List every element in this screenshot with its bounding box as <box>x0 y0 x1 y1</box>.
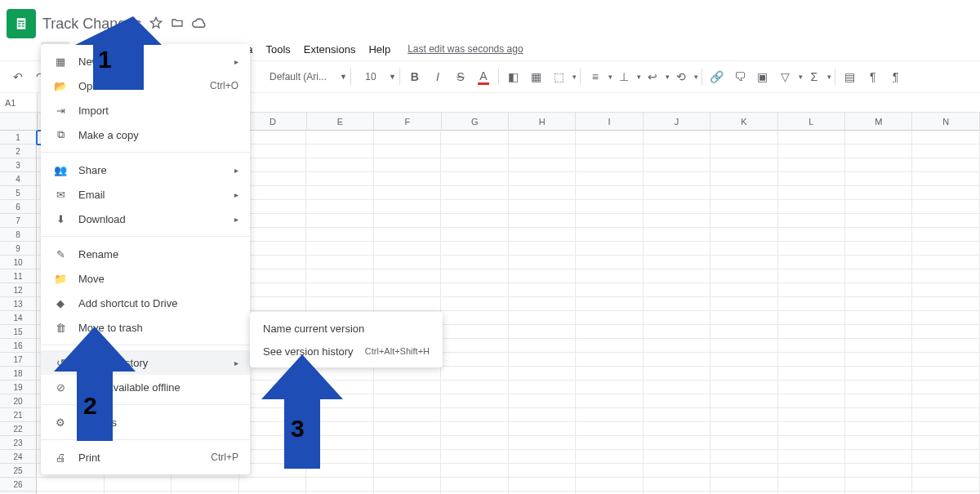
cell[interactable] <box>509 311 576 325</box>
row-header[interactable]: 16 <box>0 339 37 353</box>
cell[interactable] <box>644 478 710 492</box>
cell[interactable] <box>374 242 441 256</box>
cell[interactable] <box>509 436 576 450</box>
cell[interactable] <box>778 394 845 408</box>
cell[interactable] <box>710 478 777 492</box>
file-menu-move-to-trash[interactable]: 🗑 Move to trash <box>41 315 250 340</box>
cell[interactable] <box>845 464 912 478</box>
cell[interactable] <box>644 186 710 200</box>
cell[interactable] <box>441 228 508 242</box>
row-header[interactable]: 5 <box>0 186 37 200</box>
menu-help[interactable]: Help <box>363 42 396 57</box>
cell[interactable] <box>845 353 912 367</box>
cell[interactable] <box>644 394 710 408</box>
cell[interactable] <box>306 408 373 422</box>
cell[interactable] <box>576 450 643 464</box>
cell[interactable] <box>306 478 373 492</box>
cell[interactable] <box>306 256 373 269</box>
cell[interactable] <box>845 242 912 256</box>
cell[interactable] <box>441 242 508 256</box>
cell[interactable] <box>576 242 643 256</box>
cell[interactable] <box>306 200 373 214</box>
cell[interactable] <box>912 408 979 422</box>
cell[interactable] <box>912 464 979 478</box>
menu-extensions[interactable]: Extensions <box>298 42 362 57</box>
cell[interactable] <box>778 269 845 283</box>
cell[interactable] <box>778 353 845 367</box>
cell[interactable] <box>710 394 777 408</box>
cell[interactable] <box>710 297 777 311</box>
cell[interactable] <box>778 464 845 478</box>
cell[interactable] <box>509 478 576 492</box>
cell[interactable] <box>306 422 373 436</box>
cell[interactable] <box>644 242 710 256</box>
file-menu-settings[interactable]: ⚙ Settings <box>41 410 250 434</box>
submenu-see-version-history[interactable]: See version history Ctrl+Alt+Shift+H <box>250 340 443 363</box>
star-icon[interactable] <box>149 16 163 32</box>
cell[interactable] <box>778 450 845 464</box>
cell[interactable] <box>778 297 845 311</box>
cell[interactable] <box>845 408 912 422</box>
cell[interactable] <box>644 256 710 269</box>
font-family-select[interactable]: Default (Ari... <box>265 69 338 84</box>
cell[interactable] <box>374 269 441 283</box>
cell[interactable] <box>105 478 172 492</box>
cell[interactable] <box>644 325 710 339</box>
cell[interactable] <box>778 228 845 242</box>
cell[interactable] <box>644 311 710 325</box>
file-menu-email[interactable]: ✉ Email ▸ <box>41 182 250 207</box>
row-header[interactable]: 7 <box>0 214 37 228</box>
cell[interactable] <box>509 242 576 256</box>
cell[interactable] <box>306 464 373 478</box>
cell[interactable] <box>374 436 441 450</box>
cell[interactable] <box>912 381 979 394</box>
column-header[interactable]: J <box>644 113 710 131</box>
cell[interactable] <box>441 131 508 145</box>
cell[interactable] <box>306 269 373 283</box>
row-header[interactable]: 13 <box>0 297 37 311</box>
cell[interactable] <box>374 422 441 436</box>
insert-chart-button[interactable]: ▣ <box>751 65 774 88</box>
cell[interactable] <box>306 450 373 464</box>
file-menu-add-shortcut[interactable]: ◆ Add shortcut to Drive <box>41 291 250 315</box>
cell[interactable] <box>912 353 979 367</box>
h-align-button[interactable]: ≡ <box>584 65 607 88</box>
cell[interactable] <box>778 381 845 394</box>
cell[interactable] <box>710 381 777 394</box>
menu-tools[interactable]: Tools <box>260 42 296 57</box>
cell[interactable] <box>576 311 643 325</box>
cell[interactable] <box>374 297 441 311</box>
cell[interactable] <box>374 186 441 200</box>
cell[interactable] <box>509 131 576 145</box>
column-header[interactable]: E <box>307 113 374 131</box>
row-header[interactable]: 8 <box>0 228 37 242</box>
row-header[interactable]: 9 <box>0 242 37 256</box>
row-header[interactable]: 4 <box>0 172 37 186</box>
cell[interactable] <box>306 381 373 394</box>
cell[interactable] <box>644 200 710 214</box>
row-header[interactable]: 3 <box>0 158 37 172</box>
merge-cells-button[interactable]: ⬚ <box>548 65 571 88</box>
cell[interactable] <box>778 436 845 450</box>
cell[interactable] <box>374 200 441 214</box>
cell[interactable] <box>845 367 912 381</box>
cell[interactable] <box>644 214 710 228</box>
cell[interactable] <box>576 408 643 422</box>
file-menu-download[interactable]: ⬇ Download ▸ <box>41 207 250 231</box>
cell[interactable] <box>912 200 979 214</box>
cell[interactable] <box>374 478 441 492</box>
cell[interactable] <box>509 200 576 214</box>
cell[interactable] <box>441 269 508 283</box>
cell[interactable] <box>441 325 508 339</box>
cell[interactable] <box>912 131 979 145</box>
row-header[interactable]: 15 <box>0 325 37 339</box>
cell[interactable] <box>778 131 845 145</box>
cell[interactable] <box>710 214 777 228</box>
cell[interactable] <box>845 422 912 436</box>
cell[interactable] <box>576 325 643 339</box>
tb-extra-2-button[interactable]: ¶ <box>862 65 884 88</box>
cloud-status-icon[interactable] <box>192 16 207 33</box>
font-size-select[interactable]: 10 <box>354 71 387 82</box>
cell[interactable] <box>710 450 777 464</box>
row-header[interactable]: 24 <box>0 450 37 464</box>
